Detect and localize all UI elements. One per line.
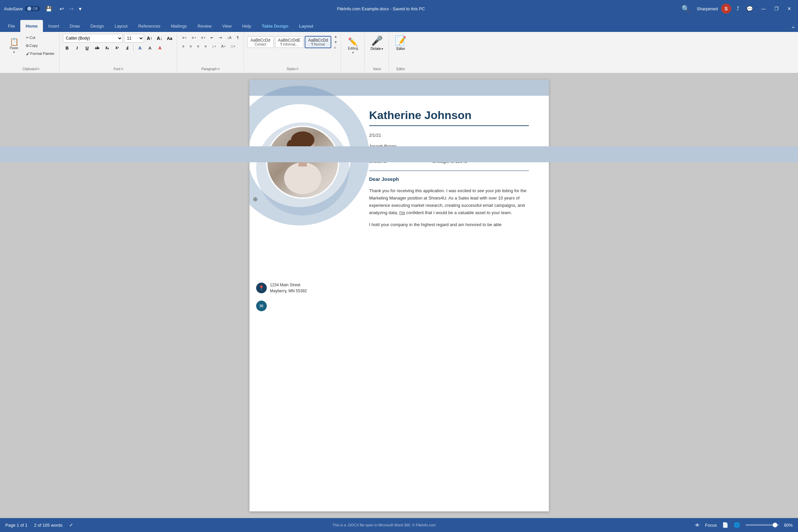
increase-indent-button[interactable]: ⇥ — [217, 34, 224, 41]
borders-button[interactable]: □▾ — [229, 42, 237, 50]
text-effects-button[interactable]: A — [136, 44, 144, 52]
editing-tools: ✏️ Editing ▾ — [344, 34, 361, 66]
style-normal[interactable]: AaBbCcDd ¶ Normal — [305, 36, 331, 48]
tab-design[interactable]: Design — [85, 20, 109, 32]
zoom-level[interactable]: 80% — [784, 523, 793, 528]
search-icon[interactable]: 🔍 — [678, 3, 693, 14]
font-color-button[interactable]: A — [156, 44, 164, 52]
show-formatting-button[interactable]: ¶ — [235, 34, 241, 41]
tab-mailings[interactable]: Mailings — [166, 20, 192, 32]
strikethrough-button[interactable]: ab̶ — [93, 44, 101, 52]
dictate-dropdown[interactable]: ▾ — [382, 47, 383, 51]
tab-references[interactable]: References — [133, 20, 165, 32]
font-size-select[interactable]: 11 — [124, 34, 144, 42]
format-painter-button[interactable]: 🖌 Format Painter — [24, 50, 57, 57]
subscript-button[interactable]: X₂ — [103, 44, 111, 52]
decrease-indent-button[interactable]: ⇤ — [208, 34, 216, 41]
numbering-button[interactable]: ≡▾ — [190, 34, 198, 41]
save-icon[interactable]: 💾 — [43, 4, 54, 13]
style-contact[interactable]: AaBbCcDd Contact — [247, 36, 274, 48]
undo-button[interactable]: ↩ — [58, 5, 66, 13]
shrink-font-button[interactable]: A↓ — [155, 34, 164, 42]
tab-view[interactable]: View — [217, 20, 237, 32]
editing-dropdown[interactable]: ▾ — [352, 51, 354, 54]
line-spacing-button[interactable]: ↕▾ — [210, 42, 218, 50]
editor-tools: 📝 Editor — [392, 34, 409, 66]
autosave-toggle[interactable]: Off — [25, 6, 40, 11]
editing-mode-button[interactable]: ✏️ Editing ▾ — [344, 34, 361, 58]
styles-more[interactable]: ≡ — [333, 45, 338, 50]
clear-format-button[interactable]: Ⅎ — [123, 44, 131, 52]
justify-button[interactable]: ≡ — [203, 42, 208, 50]
dictate-button[interactable]: 🎤 Dictate ▾ — [368, 34, 386, 52]
share-icon[interactable]: ⤴ — [735, 4, 741, 13]
paragraph-group: ≡▾ ≡▾ ≡▾ ⇤ ⇥ ↕A ¶ ≡ ≡ ≡ ≡ ↕▾ A▾ □▾ — [178, 33, 244, 72]
address-item-contact: ✉ — [256, 300, 307, 311]
styles-scroll-down[interactable]: ▼ — [333, 40, 338, 44]
print-layout-icon[interactable]: 📄 — [722, 522, 728, 528]
font-expand[interactable]: ⧉ — [121, 67, 123, 71]
tab-home[interactable]: Home — [20, 20, 43, 32]
zoom-slider[interactable] — [745, 524, 779, 526]
paragraph-expand[interactable]: ⧉ — [218, 67, 220, 71]
align-right-button[interactable]: ≡ — [195, 42, 201, 50]
focus-button[interactable]: 👁 — [695, 522, 700, 528]
bullets-button[interactable]: ≡▾ — [180, 34, 188, 41]
autosave-control[interactable]: AutoSave Off — [4, 6, 40, 11]
font-controls: Calibri (Body) 11 A↑ A↓ Aa B I U ab̶ X₂ … — [63, 34, 174, 52]
document-area[interactable]: ⊕ Katherine Johnson 2/1/21 Joseph Brown … — [0, 73, 798, 518]
proofing-icon[interactable]: ✓ — [69, 522, 74, 528]
tab-insert[interactable]: Insert — [43, 20, 64, 32]
multilevel-button[interactable]: ≡▾ — [199, 34, 207, 41]
document-page[interactable]: ⊕ Katherine Johnson 2/1/21 Joseph Brown … — [249, 80, 549, 511]
tab-table-design[interactable]: Table Design — [257, 20, 294, 32]
body-paragraph-1[interactable]: Thank you for receiving this application… — [369, 187, 529, 216]
font-name-select[interactable]: Calibri (Body) — [63, 34, 123, 42]
tab-draw[interactable]: Draw — [64, 20, 85, 32]
minimize-button[interactable]: — — [758, 5, 768, 13]
sort-button[interactable]: ↕A — [225, 34, 234, 41]
paste-button[interactable]: 📋 Paste ▾ — [5, 34, 23, 58]
tab-review[interactable]: Review — [192, 20, 217, 32]
styles-scroll-up[interactable]: ▲ — [333, 34, 338, 39]
user-name: Sharpened — [697, 6, 718, 11]
copy-button[interactable]: ⧉ Copy — [24, 42, 57, 49]
restore-button[interactable]: ❐ — [772, 5, 781, 13]
cut-button[interactable]: ✂ Cut — [24, 34, 57, 41]
clipboard-expand[interactable]: ⧉ — [37, 67, 39, 71]
styles-expand[interactable]: ⧉ — [296, 67, 298, 71]
zoom-thumb[interactable] — [773, 523, 777, 527]
body-paragraph-2[interactable]: I hold your company in the highest regar… — [369, 221, 529, 228]
document-title: FileInfo.com Example.docx - Saved to thi… — [87, 6, 675, 11]
text-highlight-button[interactable]: A — [146, 44, 154, 52]
underline-button[interactable]: U — [83, 44, 91, 52]
tab-layout[interactable]: Layout — [109, 20, 133, 32]
close-button[interactable]: ✕ — [785, 5, 794, 13]
customize-quick-access[interactable]: ▾ — [77, 5, 83, 13]
bold-button[interactable]: B — [63, 44, 72, 52]
document-content[interactable]: ⊕ Katherine Johnson 2/1/21 Joseph Brown … — [249, 96, 549, 246]
superscript-button[interactable]: X² — [113, 44, 122, 52]
italic-button[interactable]: I — [73, 44, 81, 52]
letter-content-area[interactable]: Katherine Johnson 2/1/21 Joseph Brown HR… — [369, 96, 549, 246]
word-count[interactable]: 2 of 105 words — [34, 523, 62, 528]
tab-help[interactable]: Help — [237, 20, 257, 32]
paste-dropdown[interactable]: ▾ — [13, 51, 15, 54]
tab-file[interactable]: File — [3, 20, 20, 32]
editor-button[interactable]: 📝 Editor — [392, 34, 409, 52]
editing-label-group — [353, 66, 354, 71]
tab-table-layout[interactable]: Layout — [294, 20, 319, 32]
move-handle[interactable]: ⊕ — [253, 195, 261, 204]
change-case-button[interactable]: Aa — [165, 34, 174, 42]
shading-button[interactable]: A▾ — [219, 42, 227, 50]
style-information[interactable]: AaBbCcDdE ¶ Informat... — [275, 36, 303, 48]
user-avatar[interactable]: S — [721, 4, 731, 14]
focus-label[interactable]: Focus — [705, 523, 717, 528]
grow-font-button[interactable]: A↑ — [145, 34, 154, 42]
comments-icon[interactable]: 💬 — [744, 4, 755, 13]
web-layout-icon[interactable]: 🌐 — [734, 522, 740, 528]
align-center-button[interactable]: ≡ — [188, 42, 193, 50]
redo-button[interactable]: ↪ — [67, 5, 75, 13]
align-left-button[interactable]: ≡ — [180, 42, 186, 50]
collapse-ribbon-icon[interactable]: ⌃ — [791, 25, 795, 32]
